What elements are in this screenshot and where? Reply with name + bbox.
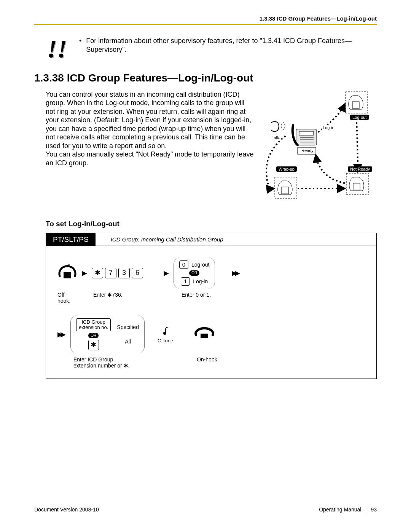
offhook-caption: Off-hook. bbox=[57, 292, 77, 304]
key-1: 1 bbox=[181, 277, 190, 286]
key-3: 3 bbox=[118, 268, 130, 278]
svg-rect-13 bbox=[201, 334, 208, 338]
key-6: 6 bbox=[132, 268, 143, 278]
svg-rect-7 bbox=[299, 131, 314, 135]
state-diagram: Talk. Ready Log-in Log-out Wrap-up Not R… bbox=[263, 90, 377, 204]
diagram-ready-label: Ready bbox=[301, 148, 314, 153]
enter-icd-caption: Enter ICD Group extension number or ✱. bbox=[73, 356, 150, 369]
manual-title: Operating Manual bbox=[319, 506, 361, 513]
continue-arrow-icon: ▶▶ bbox=[232, 269, 240, 277]
callout-text: For information about other supervisory … bbox=[86, 37, 365, 54]
ctone-label: C.Tone bbox=[158, 338, 173, 343]
option-group-ext: ICD Group extension no. OR ✱ Specified A… bbox=[70, 315, 145, 354]
diagram-login-label: Log-in bbox=[322, 125, 335, 130]
key-star: ✱ bbox=[92, 268, 103, 278]
svg-rect-5 bbox=[353, 183, 360, 190]
diagram-wrapup-pill: Wrap-up bbox=[276, 166, 297, 172]
or-pill: OR bbox=[189, 270, 199, 276]
key-7: 7 bbox=[105, 268, 116, 278]
diagram-talk-label: Talk. bbox=[271, 135, 281, 140]
all-label: All bbox=[125, 339, 131, 345]
running-header: 1.3.38 ICD Group Features—Log-in/Log-out bbox=[34, 15, 377, 22]
icd-ext-box: ICD Group extension no. bbox=[76, 318, 111, 332]
arrow-icon: ▶ bbox=[164, 269, 169, 277]
dial-code-736: ✱ 7 3 6 bbox=[92, 268, 143, 278]
offhook-icon bbox=[57, 263, 77, 283]
procedure-note: ICD Group: Incoming Call Distribution Gr… bbox=[96, 233, 376, 246]
subsection-heading: To set Log-in/Log-out bbox=[46, 220, 377, 228]
procedure-box: PT/SLT/PS ICD Group: Incoming Call Distr… bbox=[46, 233, 377, 379]
continue-arrow-icon: ▶▶ bbox=[57, 330, 66, 339]
ctone-icon: C.Tone bbox=[158, 326, 173, 343]
or-pill: OR bbox=[88, 333, 99, 338]
header-rule bbox=[34, 24, 377, 25]
opt-logout-label: Log-out bbox=[191, 262, 209, 268]
svg-rect-12 bbox=[64, 272, 71, 278]
exclamation-icon: !! bbox=[46, 37, 68, 57]
procedure-tag: PT/SLT/PS bbox=[46, 233, 96, 246]
page-footer: Document Version 2008-10 Operating Manua… bbox=[34, 506, 377, 513]
opt-login-label: Log-in bbox=[193, 278, 208, 284]
svg-rect-3 bbox=[352, 102, 359, 109]
key-star: ✱ bbox=[88, 340, 99, 350]
body-paragraph: You can control your status in an incomi… bbox=[46, 90, 255, 204]
svg-rect-4 bbox=[282, 187, 288, 194]
enter01-caption: Enter 0 or 1. bbox=[182, 292, 211, 304]
enter736-caption: Enter ✱736. bbox=[93, 292, 154, 304]
specified-label: Specified bbox=[117, 324, 139, 330]
section-title: 1.3.38 ICD Group Features—Log-in/Log-out bbox=[34, 72, 377, 84]
onhook-icon bbox=[194, 327, 215, 342]
page-number: 93 bbox=[371, 506, 377, 513]
doc-version: Document Version 2008-10 bbox=[34, 506, 99, 513]
key-0: 0 bbox=[179, 260, 188, 269]
option-group-01: 0Log-out OR 1Log-in bbox=[174, 257, 215, 289]
arrow-icon: ▶ bbox=[82, 269, 87, 277]
note-callout: !! • For information about other supervi… bbox=[46, 37, 365, 57]
bullet-icon: • bbox=[79, 37, 81, 54]
diagram-notready-pill: Not Ready bbox=[348, 166, 372, 172]
onhook-caption: On-hook. bbox=[197, 356, 219, 369]
footer-separator bbox=[366, 506, 366, 513]
diagram-logout-pill: Log-out bbox=[350, 115, 369, 120]
